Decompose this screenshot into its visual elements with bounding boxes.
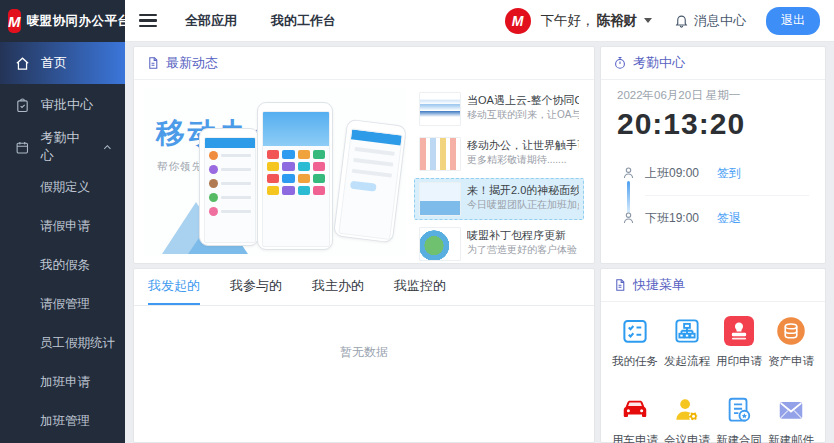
subitem-label: 加班申请	[40, 374, 90, 391]
news-title: 移动办公，让世界触手可	[467, 137, 579, 153]
quick-item-label: 我的任务	[612, 354, 658, 369]
news-item[interactable]: 当OA遇上云-整个协同OA 移动互联的到来，让OA与云	[414, 88, 584, 130]
quick-item-asset-request[interactable]: 资产申请	[765, 316, 817, 369]
caret-down-icon	[644, 18, 652, 23]
attendance-panel: 考勤中心 2022年06月20日 星期一 20:13:20 上班09:00 签到…	[600, 46, 826, 264]
quick-item-vehicle-request[interactable]: 用车申请	[609, 395, 661, 443]
check-out-link[interactable]: 签退	[717, 210, 741, 227]
sidebar-item-attendance-center[interactable]: 考勤中心	[0, 126, 125, 168]
mail-icon	[776, 395, 806, 425]
phone-header-bar	[205, 138, 255, 148]
phone-mockup-right	[333, 119, 406, 243]
attendance-clock: 20:13:20	[617, 107, 809, 141]
app-grid	[263, 146, 329, 199]
nav-my-workbench[interactable]: 我的工作台	[271, 12, 336, 30]
news-thumbnail	[419, 227, 461, 261]
quick-item-new-contract[interactable]: 新建合同	[713, 395, 765, 443]
empty-state-text: 暂无数据	[134, 344, 594, 361]
phone-button	[350, 181, 377, 192]
subitem-label: 加班管理	[40, 413, 90, 430]
app-root: M 唛盟协同办公平台 全部应用 我的工作台 M 下午好， 陈裕财 消息中心 退出	[0, 0, 834, 443]
home-icon	[15, 56, 30, 71]
tasks-tabs: 我发起的 我参与的 我主办的 我监控的	[134, 269, 594, 306]
chevron-up-icon	[102, 142, 113, 153]
news-item[interactable]: 唛盟补丁包程序更新 为了营造更好的客户体验，唛	[414, 223, 584, 265]
sidebar-subitem-leave-management[interactable]: 请假管理	[0, 285, 125, 324]
sidebar: 首页 审批中心 考勤中心 假期定义 请假申请 我的假条 请假管理 员工假期统计 …	[0, 42, 125, 443]
panel-title: 最新动态	[166, 54, 218, 72]
task-list-icon	[620, 316, 650, 346]
quick-item-meeting-request[interactable]: 会议申请	[661, 395, 713, 443]
sidebar-subitem-my-leave-slips[interactable]: 我的假条	[0, 246, 125, 285]
person-icon	[621, 210, 636, 226]
quick-item-start-flow[interactable]: 发起流程	[661, 316, 713, 369]
quick-item-new-mail[interactable]: 新建邮件	[765, 395, 817, 443]
quick-item-label: 发起流程	[664, 354, 710, 369]
car-icon	[620, 395, 650, 425]
phone-header-bar	[351, 129, 402, 145]
user-avatar[interactable]: M	[505, 8, 531, 34]
tab-monitored-by-me[interactable]: 我监控的	[394, 269, 446, 305]
quick-item-label: 会议申请	[664, 433, 710, 443]
latest-news-panel: 最新动态 移动办公 帮你领先同行 把工作带出办公室	[133, 46, 595, 264]
sidebar-item-label: 考勤中心	[41, 129, 92, 165]
tab-initiated-by-me[interactable]: 我发起的	[148, 269, 200, 305]
logout-button[interactable]: 退出	[766, 7, 820, 35]
flow-icon	[672, 316, 702, 346]
sidebar-item-label: 首页	[41, 54, 67, 72]
phone-header-bar	[263, 112, 329, 146]
attendance-date: 2022年06月20日 星期一	[617, 88, 809, 103]
nav-all-apps[interactable]: 全部应用	[185, 12, 237, 30]
news-thumbnail	[419, 137, 461, 171]
attendance-timeline: 上班09:00 签到 下班19:00 签退	[621, 151, 809, 240]
sidebar-item-approval-center[interactable]: 审批中心	[0, 84, 125, 126]
quick-item-my-tasks[interactable]: 我的任务	[609, 316, 661, 369]
username: 陈裕财	[597, 12, 638, 30]
sidebar-subitem-employee-holiday-stats[interactable]: 员工假期统计	[0, 324, 125, 363]
sidebar-item-label: 审批中心	[41, 96, 93, 114]
panel-header: 快捷菜单	[601, 269, 825, 302]
message-center-label: 消息中心	[694, 12, 746, 30]
sidebar-item-home[interactable]: 首页	[0, 42, 125, 84]
quick-item-seal-request[interactable]: 用印申请	[713, 316, 765, 369]
brand-logo-icon: M	[8, 9, 21, 33]
news-item[interactable]: 移动办公，让世界触手可 更多精彩敬请期待.......	[414, 133, 584, 175]
promo-banner[interactable]: 移动办公 帮你领先同行 把工作带出办公室	[144, 88, 406, 256]
user-menu[interactable]: 下午好， 陈裕财	[541, 12, 653, 30]
main-content: 最新动态 移动办公 帮你领先同行 把工作带出办公室	[125, 42, 834, 443]
top-navigation: 全部应用 我的工作台	[185, 12, 336, 30]
bell-icon	[674, 13, 689, 28]
document-icon	[146, 56, 160, 70]
top-toolbar: 全部应用 我的工作台 M 下午好， 陈裕财 消息中心 退出	[125, 0, 834, 42]
phone-mockup-center	[257, 102, 333, 250]
tab-hosted-by-me[interactable]: 我主办的	[312, 269, 364, 305]
stopwatch-icon	[613, 56, 627, 70]
news-body: 移动办公 帮你领先同行 把工作带出办公室	[134, 80, 594, 264]
subitem-label: 假期定义	[40, 179, 90, 196]
check-in-link[interactable]: 签到	[717, 165, 741, 182]
sidebar-subitem-overtime-management[interactable]: 加班管理	[0, 402, 125, 441]
calendar-icon	[15, 140, 30, 155]
quick-menu-panel: 快捷菜单 我的任务 发起流程 用印申请 资产申请	[600, 268, 826, 443]
sidebar-subitem-overtime-request[interactable]: 加班申请	[0, 363, 125, 402]
menu-toggle-icon[interactable]	[139, 14, 157, 28]
tab-participated-by-me[interactable]: 我参与的	[230, 269, 282, 305]
news-thumbnail	[419, 182, 461, 216]
sidebar-subitem-holiday-definition[interactable]: 假期定义	[0, 168, 125, 207]
message-center-link[interactable]: 消息中心	[674, 12, 746, 30]
asset-icon	[776, 316, 806, 346]
news-title: 来！揭开2.0的神秘面纱-	[467, 182, 579, 198]
news-desc: 今日唛盟团队正在加班加点,	[467, 198, 579, 212]
shift-label: 上班09:00	[645, 165, 717, 182]
clipboard-icon	[15, 98, 30, 113]
stamp-icon	[724, 316, 754, 346]
news-item-selected[interactable]: 来！揭开2.0的神秘面纱- 今日唛盟团队正在加班加点,	[414, 178, 584, 220]
timeline-connector	[627, 181, 630, 213]
brand-area: M 唛盟协同办公平台	[0, 0, 125, 42]
document-icon	[613, 278, 627, 292]
quick-item-label: 新建邮件	[768, 433, 814, 443]
quick-item-label: 新建合同	[716, 433, 762, 443]
sidebar-subitem-leave-request[interactable]: 请假申请	[0, 207, 125, 246]
news-title: 唛盟补丁包程序更新	[467, 227, 579, 243]
quick-menu-grid: 我的任务 发起流程 用印申请 资产申请 用车申请	[601, 302, 825, 443]
